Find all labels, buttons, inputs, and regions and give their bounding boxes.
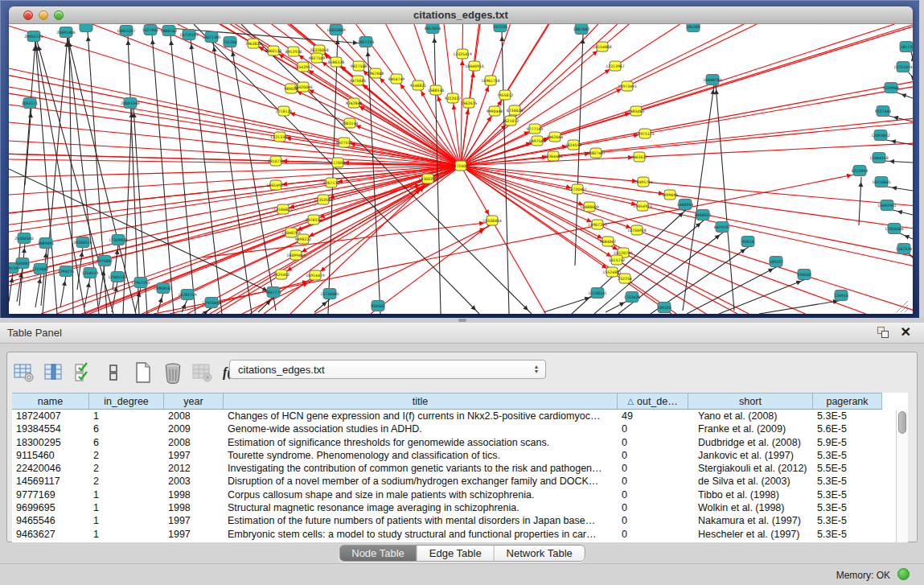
node-label: 6479197 bbox=[714, 225, 731, 229]
node-label: 8427552 bbox=[336, 141, 353, 145]
edge bbox=[461, 24, 894, 166]
network-canvas[interactable]: 1872400779638228860128891293628226058982… bbox=[9, 24, 913, 314]
table-row[interactable]: 946554611997Estimation of the future num… bbox=[12, 514, 882, 527]
arrowhead-icon bbox=[605, 69, 610, 74]
tab-network-table[interactable]: Network Table bbox=[495, 546, 585, 561]
column-header-title[interactable]: title bbox=[224, 393, 618, 409]
trash-icon bbox=[162, 361, 183, 384]
table-row[interactable]: 969969511998Structural magnetic resonanc… bbox=[12, 501, 882, 514]
table-row[interactable]: 1872400712008Changes of HCN gene express… bbox=[12, 410, 882, 422]
node-label: 10688609 bbox=[580, 205, 598, 209]
node-label: 124915 bbox=[834, 294, 848, 298]
table-row[interactable]: 911546021997Tourette syndrome. Phenomeno… bbox=[12, 449, 882, 462]
table-cell: Franke et al. (2009) bbox=[688, 422, 813, 435]
vertical-scrollbar[interactable] bbox=[896, 410, 908, 542]
new-table-button[interactable] bbox=[131, 359, 155, 386]
table-row[interactable]: 946362711997Embryonic stem cells: a mode… bbox=[12, 528, 882, 541]
node-label: 8215958 bbox=[852, 169, 869, 173]
node-label: 181305 bbox=[686, 25, 700, 29]
memory-status-indicator[interactable] bbox=[897, 568, 910, 580]
node-label: 1733426 bbox=[624, 295, 641, 299]
node-label: 20364486 bbox=[544, 154, 562, 159]
arrowhead-icon bbox=[437, 97, 442, 102]
node-label: 2887682 bbox=[573, 27, 590, 31]
node-label: 16210645 bbox=[872, 180, 890, 184]
node-label: 1562615 bbox=[461, 101, 478, 105]
table-cell: Investigating the contribution of common… bbox=[224, 462, 618, 475]
table-row[interactable]: 1830029562008Estimation of significance … bbox=[12, 436, 882, 449]
node-label: 10756928 bbox=[627, 229, 646, 233]
table-cell: 0 bbox=[618, 436, 688, 449]
network-window[interactable]: citations_edges.txt 18724007796382288601… bbox=[9, 6, 913, 314]
node-label: 8454749 bbox=[388, 77, 405, 81]
table-row[interactable]: 1456911722003Disruption of a novel membe… bbox=[12, 475, 882, 488]
edge bbox=[9, 122, 461, 166]
node-label: 1214519 bbox=[82, 271, 99, 275]
splitter-handle-icon[interactable] bbox=[458, 319, 466, 322]
checkmarks-icon bbox=[74, 362, 93, 383]
column-header-in_degree[interactable]: in_degree bbox=[89, 393, 164, 409]
table-cell: 9465546 bbox=[12, 514, 89, 527]
network-window-titlebar[interactable]: citations_edges.txt bbox=[9, 6, 913, 24]
arrowhead-icon bbox=[86, 36, 91, 41]
table-settings-button[interactable] bbox=[12, 359, 36, 386]
column-header-name[interactable]: name bbox=[12, 393, 89, 409]
delete-rows-button[interactable] bbox=[161, 359, 185, 386]
node-label: 2053171 bbox=[22, 101, 39, 105]
tab-node-table[interactable]: Node Table bbox=[339, 546, 417, 561]
table-cell: 2008 bbox=[164, 410, 224, 422]
node-label: 9827508 bbox=[351, 64, 368, 68]
node-label: 10120746 bbox=[614, 251, 632, 255]
node-label: 8186328 bbox=[328, 60, 345, 64]
node-label: 1440954 bbox=[677, 203, 694, 207]
column-header-short[interactable]: short bbox=[688, 393, 813, 409]
show-columns-button[interactable] bbox=[42, 359, 66, 386]
node-label: 9227343 bbox=[875, 109, 892, 113]
column-header-out_de[interactable]: △out_de… bbox=[618, 393, 688, 409]
node-label: 109324 bbox=[657, 306, 671, 310]
close-panel-icon[interactable]: ✕ bbox=[901, 324, 911, 340]
node-label: 16099469 bbox=[286, 253, 305, 257]
edge bbox=[461, 166, 913, 266]
edge bbox=[461, 24, 463, 166]
table-cell: 1 bbox=[89, 514, 164, 527]
table-cell: de Silva et al. (2003) bbox=[688, 475, 813, 488]
teal-node[interactable] bbox=[80, 24, 92, 32]
node-label: 2967608 bbox=[368, 72, 384, 76]
select-rows-button[interactable] bbox=[72, 359, 96, 386]
edge bbox=[893, 210, 913, 215]
column-header-pagerank[interactable]: pagerank bbox=[813, 393, 882, 409]
table-cell: Wolkin et al. (1998) bbox=[688, 501, 813, 514]
table-selector-dropdown[interactable]: citations_edges.txt ▲▼ bbox=[229, 360, 546, 379]
arrowhead-icon bbox=[715, 235, 721, 240]
arrowhead-icon bbox=[714, 89, 719, 94]
arrowhead-icon bbox=[465, 109, 470, 114]
column-header-year[interactable]: year bbox=[164, 393, 224, 409]
table-panel-title: Table Panel bbox=[7, 327, 62, 339]
node-label: 9990448 bbox=[487, 109, 503, 113]
node-label: 18724007 bbox=[451, 164, 470, 168]
node-label: 13325419 bbox=[453, 52, 471, 56]
delete-table-button-disabled[interactable] bbox=[191, 359, 215, 386]
arrowhead-icon bbox=[320, 266, 326, 271]
resize-grip-icon[interactable] bbox=[897, 301, 908, 312]
table-cell: 1 bbox=[89, 501, 164, 514]
table-row[interactable]: 2242004622012Investigating the contribut… bbox=[12, 462, 882, 475]
table-cell: Changes of HCN gene expression and I(f) … bbox=[224, 410, 618, 422]
table-row[interactable]: 1938455462009Genome-wide association stu… bbox=[12, 422, 882, 435]
tab-edge-table[interactable]: Edge Table bbox=[417, 546, 495, 561]
float-panel-icon[interactable] bbox=[877, 327, 890, 340]
table-cell: 0 bbox=[618, 528, 688, 541]
table-cell: Jankovic et al. (1997) bbox=[688, 449, 813, 462]
memory-status-label: Memory: OK bbox=[836, 570, 890, 581]
row-height-button[interactable] bbox=[101, 359, 125, 386]
arrowhead-icon bbox=[911, 56, 913, 62]
arrowhead-icon bbox=[912, 257, 913, 262]
node-label: 12505135 bbox=[108, 275, 126, 279]
scrollbar-thumb[interactable] bbox=[898, 411, 906, 434]
table-cell: 1 bbox=[89, 488, 164, 501]
table-body: 1872400712008Changes of HCN gene express… bbox=[12, 410, 882, 541]
node-label: 15692951 bbox=[877, 204, 896, 208]
arrowhead-icon bbox=[299, 56, 305, 60]
table-row[interactable]: 977716911998Corpus callosum shape and si… bbox=[12, 488, 882, 501]
